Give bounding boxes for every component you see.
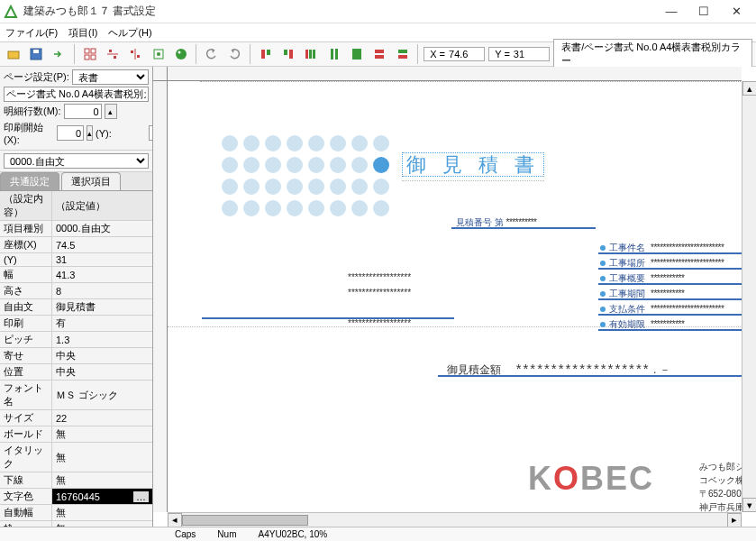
svg-rect-1: [8, 51, 19, 59]
column-solid-icon[interactable]: [347, 44, 366, 64]
svg-rect-9: [114, 56, 116, 59]
close-button[interactable]: ✕: [720, 1, 752, 23]
svg-rect-3: [33, 50, 39, 53]
scroll-right-icon[interactable]: ▸: [727, 513, 742, 527]
tab-select[interactable]: 選択項目: [61, 172, 121, 190]
scroll-up-icon[interactable]: ▴: [742, 81, 756, 96]
rows-input[interactable]: [64, 104, 102, 119]
menu-help[interactable]: ヘルプ(H): [108, 26, 151, 40]
props-hdr-l: （設定内容）: [0, 191, 52, 220]
scroll-left-icon[interactable]: ◂: [168, 513, 182, 527]
props-row[interactable]: 枠無: [0, 521, 152, 527]
separator: [250, 44, 250, 64]
page-set-label: ページ設定(P):: [4, 70, 69, 84]
ruler-vertical[interactable]: [153, 81, 168, 512]
coord-y: Y =31: [488, 47, 550, 61]
tab-common[interactable]: 共通設定: [0, 172, 59, 190]
props-row[interactable]: ピッチ1.3: [0, 332, 152, 348]
scrollbar-vertical[interactable]: ▴ ▾: [742, 81, 756, 512]
stack-green-icon[interactable]: [393, 44, 412, 64]
print-y-label: (Y):: [96, 128, 146, 139]
svg-rect-21: [309, 50, 312, 59]
stack-red-icon[interactable]: [370, 44, 389, 64]
save-icon[interactable]: [26, 44, 45, 64]
print-x-input[interactable]: [57, 125, 84, 141]
props-row[interactable]: 自動幅無: [0, 505, 152, 521]
props-row[interactable]: 位置中央: [0, 364, 152, 381]
props-row[interactable]: 下線無: [0, 472, 152, 489]
quote-no-label: 見積番号 第: [456, 217, 504, 227]
grid-icon[interactable]: [80, 44, 99, 64]
props-row[interactable]: 項目種別0000.自由文: [0, 221, 152, 237]
amount-value: *******************: [516, 361, 651, 376]
props-row[interactable]: ボールド無: [0, 426, 152, 443]
ruler-horizontal[interactable]: [168, 67, 742, 81]
free-text-select[interactable]: 0000.自由文: [4, 153, 149, 169]
left-panel: ページ設定(P): 表書 明細行数(M): ▴ 印刷開始 (X): ▴ (Y):…: [0, 67, 153, 527]
svg-rect-20: [305, 50, 308, 59]
props-row[interactable]: 印刷有: [0, 316, 152, 332]
block-red-icon[interactable]: [256, 44, 275, 64]
dot-pattern: [222, 135, 393, 220]
export-icon[interactable]: [50, 44, 68, 64]
page-format-input[interactable]: [4, 87, 149, 102]
props-row[interactable]: フォント名ＭＳ ゴシック: [0, 381, 152, 410]
column-icon[interactable]: [324, 44, 343, 64]
svg-rect-6: [85, 55, 89, 60]
props-row[interactable]: サイズ22: [0, 410, 152, 426]
props-row[interactable]: 座標(X)74.5: [0, 237, 152, 253]
scrollbar-horizontal[interactable]: ◂ ▸: [168, 512, 742, 527]
coord-x: X =74.6: [424, 47, 485, 61]
tabs: 共通設定 選択項目: [0, 172, 152, 191]
align-v-icon[interactable]: [126, 44, 145, 64]
scroll-down-icon[interactable]: ▾: [742, 498, 756, 512]
menu-file[interactable]: ファイル(F): [5, 26, 58, 40]
svg-rect-18: [284, 50, 287, 55]
separator: [196, 44, 196, 64]
separator: [74, 44, 75, 64]
undo-icon[interactable]: [202, 44, 221, 64]
svg-rect-7: [91, 55, 96, 60]
svg-rect-11: [137, 55, 140, 58]
block-green-icon[interactable]: [278, 44, 297, 64]
svg-rect-23: [331, 49, 333, 60]
canvas[interactable]: 御 見 積 書 見積番号 第 ********** 令和 **** 年 ** 月…: [168, 81, 742, 512]
menu-item[interactable]: 項目(I): [68, 26, 97, 40]
minimize-button[interactable]: ―: [655, 1, 688, 23]
maximize-button[interactable]: ☐: [688, 1, 720, 23]
svg-point-15: [178, 51, 180, 54]
app-icon: [4, 5, 18, 19]
open-icon[interactable]: [4, 44, 23, 64]
props-row[interactable]: 自由文御見積書: [0, 299, 152, 316]
svg-rect-10: [131, 50, 133, 53]
amount-label: 御見積金額: [447, 363, 501, 376]
redo-icon[interactable]: [225, 44, 244, 64]
palette-icon[interactable]: [171, 44, 190, 64]
svg-rect-19: [289, 50, 293, 59]
svg-rect-17: [267, 50, 270, 55]
svg-rect-24: [335, 49, 338, 60]
align-h-icon[interactable]: [103, 44, 122, 64]
rows-spin[interactable]: ▴: [105, 104, 117, 119]
svg-rect-26: [375, 50, 384, 53]
doc-title[interactable]: 御 見 積 書: [402, 151, 544, 181]
ruler-corner: [153, 67, 168, 81]
format-icon[interactable]: [149, 44, 168, 64]
page-preview: 御 見 積 書 見積番号 第 ********** 令和 **** 年 ** 月…: [168, 81, 742, 512]
props-row[interactable]: (Y)31: [0, 253, 152, 267]
props-row[interactable]: 文字色16760445 …: [0, 489, 152, 505]
svg-rect-4: [85, 49, 89, 53]
page-set-select[interactable]: 表書: [72, 69, 149, 85]
props-row[interactable]: 幅41.3: [0, 267, 152, 283]
canvas-area: 御 見 積 書 見積番号 第 ********** 令和 **** 年 ** 月…: [153, 67, 756, 527]
status-caps: Caps: [171, 529, 199, 539]
props-list[interactable]: （設定内容） （設定値） 項目種別0000.自由文座標(X)74.5(Y)31幅…: [0, 191, 152, 527]
props-row[interactable]: 高さ8: [0, 283, 152, 299]
svg-rect-16: [261, 50, 265, 59]
print-x-spin[interactable]: ▴: [87, 125, 93, 141]
block-mix-icon[interactable]: [302, 44, 321, 64]
svg-rect-28: [398, 50, 407, 53]
props-row[interactable]: イタリック無: [0, 443, 152, 472]
scroll-thumb-h[interactable]: [182, 515, 308, 526]
props-row[interactable]: 寄せ中央: [0, 348, 152, 364]
